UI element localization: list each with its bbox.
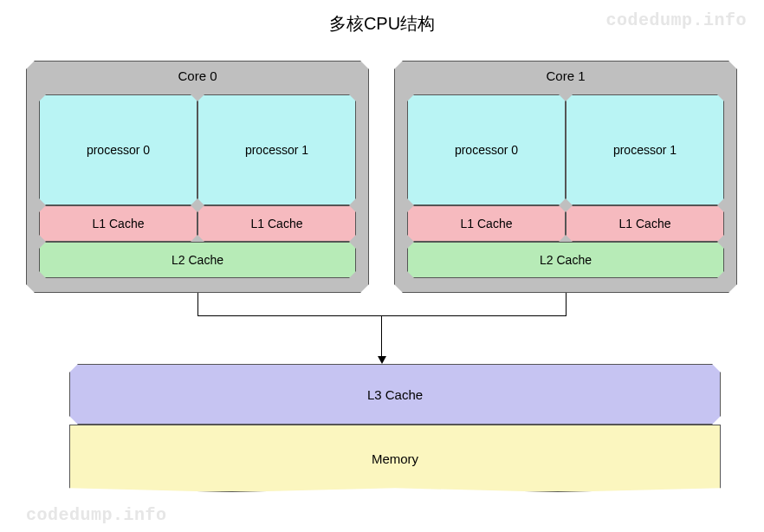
core-0-processor-0: processor 0: [39, 94, 197, 205]
l3-cache: L3 Cache: [69, 364, 721, 425]
core-1-title: Core 1: [395, 62, 736, 88]
connector-center-down: [381, 315, 382, 356]
watermark-bottom: codedump.info: [26, 505, 167, 525]
memory-block: Memory: [69, 425, 721, 492]
core-1-processor-1: processor 1: [566, 94, 724, 205]
core-1-block: Core 1 processor 0 processor 1 L1 Cache …: [394, 61, 737, 293]
core-0-l1-cache-1: L1 Cache: [197, 205, 356, 242]
core-1-l1-cache-1: L1 Cache: [566, 205, 724, 242]
watermark-top: codedump.info: [605, 10, 747, 30]
core-1-l1-cache-0: L1 Cache: [407, 205, 566, 242]
core-0-title: Core 0: [27, 62, 368, 88]
arrowhead-icon: [378, 356, 386, 364]
connector-horizontal: [197, 315, 567, 316]
connector-core-0-down: [197, 293, 198, 315]
core-0-block: Core 0 processor 0 processor 1 L1 Cache …: [26, 61, 369, 293]
core-0-l1-cache-0: L1 Cache: [39, 205, 197, 242]
core-1-processor-0: processor 0: [407, 94, 566, 205]
core-0-processor-1: processor 1: [197, 94, 356, 205]
connector-core-1-down: [566, 293, 567, 315]
core-1-l2-cache: L2 Cache: [407, 242, 724, 278]
core-0-l2-cache: L2 Cache: [39, 242, 356, 278]
